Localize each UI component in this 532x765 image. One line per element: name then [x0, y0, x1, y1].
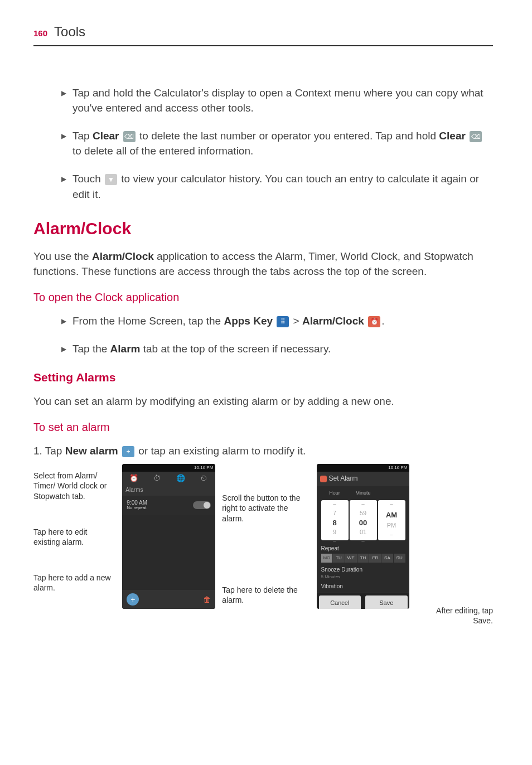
day-mo[interactable]: MO: [321, 554, 333, 563]
set-alarm-buttons: Cancel Save: [317, 593, 410, 609]
status-bar: 10:16 PM: [122, 464, 215, 472]
alarm-clock-icon: ⏰: [368, 316, 380, 327]
bullet-clear: ▶ Tap Clear ⌫ to delete the last number …: [50, 128, 493, 159]
mid-callouts: Scroll the button to the right to activa…: [222, 464, 309, 605]
set-alarm-title: Set Alarm: [329, 474, 358, 483]
txt: to view your calculator history. You can…: [72, 173, 479, 200]
step-1: 1. Tap New alarm + or tap an existing al…: [33, 443, 493, 459]
minute-wheel[interactable]: − 59 00 01 −: [350, 500, 377, 540]
alarm-repeat: No repeat: [127, 506, 147, 511]
wheel-val: −: [390, 500, 393, 509]
wheel-val: 59: [360, 509, 366, 518]
col-minute: Minute: [350, 490, 377, 497]
txt: to delete all of the entered information…: [72, 145, 253, 157]
bullet-calculator-context: ▶ Tap and hold the Calculator's display …: [50, 85, 493, 116]
alarms-subheader: Alarms: [122, 485, 215, 496]
bullet-open-apps: ▶ From the Home Screen, tap the Apps Key…: [50, 313, 493, 329]
callout-add-alarm: Tap here to add a new alarm.: [33, 573, 115, 593]
tab-world-clock[interactable]: 🌐: [169, 472, 192, 485]
alarm-clock-label: Alarm/Clock: [302, 315, 364, 327]
right-callouts: After editing, tap Save.: [416, 464, 493, 626]
heading-alarm-clock: Alarm/Clock: [33, 216, 493, 241]
bullet-arrow-icon: ▶: [61, 128, 68, 159]
alarm-toggle[interactable]: [193, 501, 211, 509]
add-alarm-button[interactable]: +: [127, 593, 139, 606]
tab-stopwatch[interactable]: ⏲: [192, 472, 216, 485]
col-ampm: [378, 490, 405, 497]
bullet-arrow-icon: ▶: [61, 171, 68, 202]
heading-open-clock: To open the Clock application: [33, 289, 493, 306]
snooze-label: Snooze Duration: [321, 566, 405, 574]
apps-grid-icon: ⠿: [277, 316, 289, 327]
alarm-intro: You use the Alarm/Clock application to a…: [33, 249, 493, 279]
day-tu[interactable]: TU: [333, 554, 345, 563]
txt: Tap: [72, 130, 93, 142]
wheel-selected: 00: [359, 518, 367, 529]
txt: to delete the last number or operator yo…: [137, 130, 439, 142]
wheel-val: 9: [333, 528, 336, 537]
screenshot-alarms-list: 10:16 PM ⏰ ⏱ 🌐 ⏲ Alarms 9:00 AM No repea…: [122, 464, 215, 609]
tab-timer[interactable]: ⏱: [146, 472, 169, 485]
set-alarm-title-bar: Set Alarm: [317, 472, 410, 486]
screenshot-set-alarm: 10:16 PM Set Alarm Hour Minute − 7 8 9 −: [317, 464, 410, 609]
figure-row: Select from Alarm/ Timer/ World clock or…: [33, 464, 493, 626]
alarm-app-icon: [320, 476, 327, 482]
time-column-headers: Hour Minute: [317, 486, 410, 500]
ampm-wheel[interactable]: − AM PM −: [378, 500, 405, 540]
callout-delete-alarm: Tap here to delete the alarm.: [222, 585, 309, 605]
wheel-val: PM: [387, 521, 396, 530]
dropdown-icon: ▼: [105, 174, 117, 185]
callout-select-tab: Select from Alarm/ Timer/ World clock or…: [33, 471, 115, 501]
snooze-value[interactable]: 5 Minutes: [321, 574, 405, 580]
callout-scroll-activate: Scroll the button to the right to activa…: [222, 493, 309, 524]
txt: You use the: [33, 250, 92, 262]
wheel-selected: 8: [332, 518, 336, 529]
wheel-val: −: [390, 531, 393, 540]
clear-label: Clear: [93, 130, 119, 142]
page-header: 160 Tools: [33, 22, 493, 46]
delete-alarm-button[interactable]: 🗑: [203, 594, 211, 605]
bullet-text: Tap the Alarm tab at the top of the scre…: [72, 341, 493, 357]
col-hour: Hour: [321, 490, 349, 497]
heading-setting-alarms: Setting Alarms: [33, 369, 493, 386]
alarm-list-item[interactable]: 9:00 AM No repeat: [122, 496, 215, 515]
wheel-selected: AM: [386, 510, 397, 521]
repeat-days[interactable]: MO TU WE TH FR SA SU: [321, 554, 405, 563]
plus-icon: +: [122, 446, 134, 457]
wheel-val: −: [333, 500, 336, 509]
txt: tab at the top of the screen if necessar…: [140, 343, 331, 355]
content-area: ▶ Tap and hold the Calculator's display …: [33, 85, 493, 626]
wheel-val: −: [361, 500, 365, 509]
bullet-arrow-icon: ▶: [61, 313, 68, 329]
hour-wheel[interactable]: − 7 8 9 −: [321, 500, 349, 540]
txt: From the Home Screen, tap the: [72, 315, 224, 327]
apps-key-label: Apps Key: [224, 315, 273, 327]
callout-edit-alarm: Tap here to edit existing alarm.: [33, 527, 115, 547]
alarm-list-body: [122, 515, 215, 590]
left-callouts: Select from Alarm/ Timer/ World clock or…: [33, 464, 115, 618]
clock-tabs[interactable]: ⏰ ⏱ 🌐 ⏲: [122, 472, 215, 485]
alarm-bottom-bar: + 🗑: [122, 590, 215, 609]
callout-after-save: After editing, tap Save.: [416, 606, 493, 626]
day-fr[interactable]: FR: [369, 554, 381, 563]
repeat-label: Repeat: [321, 545, 405, 553]
bullet-alarm-tab: ▶ Tap the Alarm tab at the top of the sc…: [50, 341, 493, 357]
day-th[interactable]: TH: [357, 554, 369, 563]
txt: 1. Tap: [33, 445, 65, 457]
txt: or tap an existing alarm to modify it.: [136, 445, 306, 457]
day-we[interactable]: WE: [345, 554, 357, 563]
time-picker[interactable]: − 7 8 9 − − 59 00 01 − − AM PM: [317, 500, 410, 544]
alarm-options: Repeat MO TU WE TH FR SA SU Snooze Durat…: [317, 543, 410, 593]
status-bar: 10:16 PM: [317, 464, 410, 472]
page-number: 160: [33, 27, 47, 40]
backspace-icon: ⌫: [123, 131, 136, 142]
txt: >: [290, 315, 302, 327]
cancel-button[interactable]: Cancel: [319, 595, 361, 609]
day-sa[interactable]: SA: [381, 554, 393, 563]
wheel-val: 01: [360, 528, 366, 537]
save-button[interactable]: Save: [365, 595, 408, 609]
vibration-label[interactable]: Vibration: [321, 583, 405, 591]
txt: After editing, tap Save.: [436, 606, 493, 625]
tab-alarm[interactable]: ⏰: [122, 472, 146, 485]
day-su[interactable]: SU: [394, 554, 405, 563]
